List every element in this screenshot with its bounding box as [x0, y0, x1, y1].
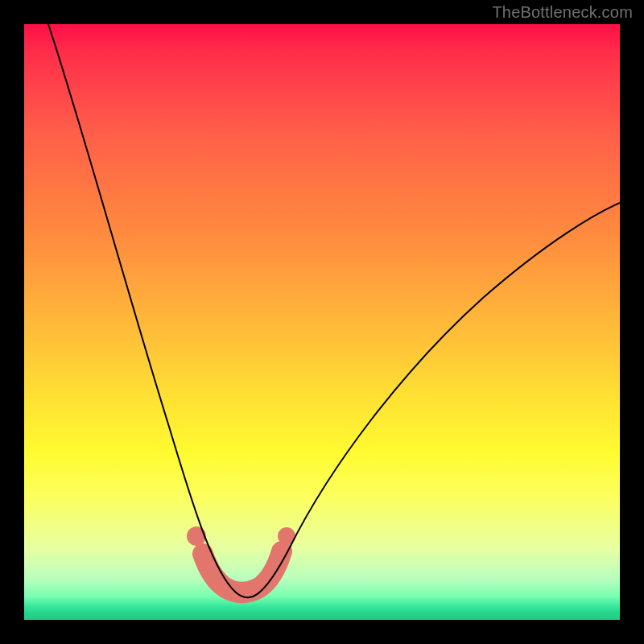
chart-svg: [24, 24, 620, 620]
marker-dot: [187, 526, 206, 546]
chart-frame: TheBottleneck.com: [0, 0, 644, 644]
plot-area: [24, 24, 620, 620]
bottleneck-curve: [48, 24, 620, 597]
watermark-text: TheBottleneck.com: [492, 3, 633, 22]
